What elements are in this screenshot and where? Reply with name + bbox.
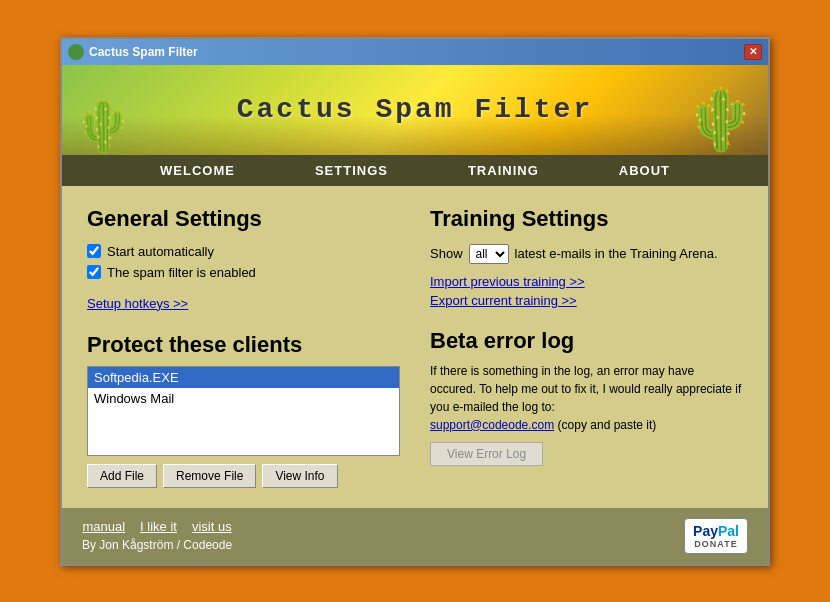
client-buttons-row: Add File Remove File View Info bbox=[87, 464, 400, 488]
right-column: Training Settings Show all 5 10 20 50 la… bbox=[430, 206, 743, 488]
header-banner: 🌵 Cactus Spam Filter 🌵 bbox=[62, 65, 768, 155]
footer-links: manual I like it visit us By Jon Kågströ… bbox=[82, 519, 232, 552]
export-training-link[interactable]: Export current training >> bbox=[430, 293, 743, 308]
show-suffix: latest e-mails in the Training Arena. bbox=[515, 246, 718, 261]
footer-link-row: manual I like it visit us bbox=[82, 519, 231, 534]
paypal-text: PayPal bbox=[693, 523, 739, 539]
footer-bar: manual I like it visit us By Jon Kågströ… bbox=[62, 508, 768, 564]
title-bar: Cactus Spam Filter ✕ bbox=[62, 39, 768, 65]
copy-hint: (copy and paste it) bbox=[558, 418, 657, 432]
two-column-layout: General Settings Start automatically The… bbox=[87, 206, 743, 488]
protect-clients-title: Protect these clients bbox=[87, 332, 400, 358]
paypal-donate-button[interactable]: PayPal DONATE bbox=[684, 518, 748, 554]
import-training-link[interactable]: Import previous training >> bbox=[430, 274, 743, 289]
start-auto-label: Start automatically bbox=[107, 244, 214, 259]
nav-about[interactable]: ABOUT bbox=[579, 155, 710, 186]
manual-link[interactable]: manual bbox=[82, 519, 125, 534]
left-column: General Settings Start automatically The… bbox=[87, 206, 400, 488]
training-settings-title: Training Settings bbox=[430, 206, 743, 232]
footer-credit: By Jon Kågström / Codeode bbox=[82, 538, 232, 552]
close-button[interactable]: ✕ bbox=[744, 44, 762, 60]
start-auto-row: Start automatically bbox=[87, 244, 400, 259]
visit-us-link[interactable]: visit us bbox=[192, 519, 232, 534]
start-auto-checkbox[interactable] bbox=[87, 244, 101, 258]
client-list[interactable]: Softpedia.EXE Windows Mail bbox=[87, 366, 400, 456]
nav-welcome[interactable]: WELCOME bbox=[120, 155, 275, 186]
paypal-pay: Pay bbox=[693, 523, 718, 539]
nav-training[interactable]: TRAINING bbox=[428, 155, 579, 186]
nav-bar: WELCOME SETTINGS TRAINING ABOUT bbox=[62, 155, 768, 186]
support-email-link[interactable]: support@codeode.com bbox=[430, 418, 554, 432]
window-title: Cactus Spam Filter bbox=[89, 45, 198, 59]
app-title: Cactus Spam Filter bbox=[237, 94, 593, 125]
spam-filter-enabled-row: The spam filter is enabled bbox=[87, 265, 400, 280]
spam-filter-checkbox[interactable] bbox=[87, 265, 101, 279]
show-select[interactable]: all 5 10 20 50 bbox=[469, 244, 509, 264]
title-bar-left: Cactus Spam Filter bbox=[68, 44, 198, 60]
nav-settings[interactable]: SETTINGS bbox=[275, 155, 428, 186]
setup-hotkeys-link[interactable]: Setup hotkeys >> bbox=[87, 296, 188, 311]
view-info-button[interactable]: View Info bbox=[262, 464, 337, 488]
cactus-left-decoration: 🌵 bbox=[72, 97, 134, 155]
cactus-right-decoration: 🌵 bbox=[683, 84, 758, 155]
show-label: Show bbox=[430, 246, 463, 261]
client-list-item[interactable]: Windows Mail bbox=[88, 388, 399, 409]
i-like-it-link[interactable]: I like it bbox=[140, 519, 177, 534]
content-area: General Settings Start automatically The… bbox=[62, 186, 768, 508]
paypal-donate-label: DONATE bbox=[694, 539, 737, 549]
view-error-log-button[interactable]: View Error Log bbox=[430, 442, 543, 466]
add-file-button[interactable]: Add File bbox=[87, 464, 157, 488]
general-settings-title: General Settings bbox=[87, 206, 400, 232]
main-window: Cactus Spam Filter ✕ 🌵 Cactus Spam Filte… bbox=[60, 37, 770, 566]
show-row: Show all 5 10 20 50 latest e-mails in th… bbox=[430, 244, 743, 264]
app-icon bbox=[68, 44, 84, 60]
client-list-item[interactable]: Softpedia.EXE bbox=[88, 367, 399, 388]
beta-error-description: If there is something in the log, an err… bbox=[430, 362, 743, 434]
spam-filter-label: The spam filter is enabled bbox=[107, 265, 256, 280]
paypal-pal: Pal bbox=[718, 523, 739, 539]
remove-file-button[interactable]: Remove File bbox=[163, 464, 256, 488]
beta-error-title: Beta error log bbox=[430, 328, 743, 354]
